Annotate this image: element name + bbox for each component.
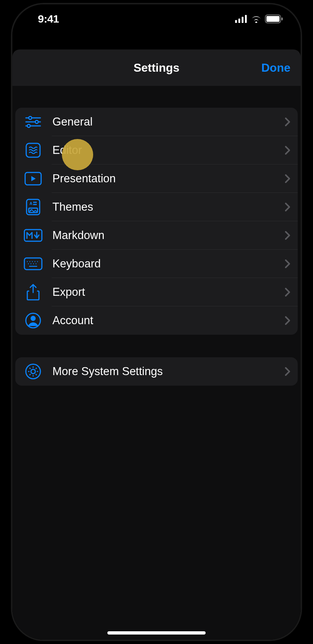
- row-label: More System Settings: [52, 365, 285, 378]
- chevron-right-icon: [285, 231, 290, 240]
- row-label: Account: [52, 314, 285, 327]
- svg-point-10: [35, 120, 38, 123]
- svg-point-35: [31, 316, 36, 321]
- row-export[interactable]: Export: [15, 278, 298, 306]
- row-general[interactable]: General: [15, 108, 298, 136]
- row-themes[interactable]: A Themes: [15, 193, 298, 221]
- export-icon: [23, 282, 43, 302]
- settings-group-main: General Editor: [15, 108, 298, 335]
- svg-line-43: [36, 374, 37, 375]
- row-more-system-settings[interactable]: More System Settings: [15, 357, 298, 386]
- screen: 9:41 Settings Done: [12, 4, 301, 640]
- status-bar: 9:41: [12, 4, 301, 24]
- editor-icon: [23, 140, 43, 160]
- account-icon: [23, 311, 43, 330]
- sliders-icon: [23, 112, 43, 132]
- status-icons: [235, 15, 283, 23]
- row-editor[interactable]: Editor: [15, 136, 298, 164]
- row-account[interactable]: Account: [15, 306, 298, 335]
- svg-line-45: [29, 374, 31, 375]
- svg-point-8: [29, 116, 32, 119]
- chevron-right-icon: [285, 259, 290, 269]
- row-presentation[interactable]: Presentation: [15, 164, 298, 193]
- chevron-right-icon: [285, 174, 290, 183]
- battery-icon: [265, 15, 283, 23]
- settings-group-system: More System Settings: [15, 357, 298, 386]
- chevron-right-icon: [285, 117, 290, 127]
- themes-icon: A: [23, 197, 43, 217]
- status-time: 9:41: [38, 13, 59, 25]
- row-label: Keyboard: [52, 257, 285, 270]
- svg-line-44: [36, 368, 37, 369]
- chevron-right-icon: [285, 202, 290, 212]
- settings-content[interactable]: General Editor: [12, 86, 301, 640]
- row-keyboard[interactable]: Keyboard: [15, 250, 298, 278]
- svg-rect-3: [245, 15, 247, 23]
- row-markdown[interactable]: Markdown: [15, 221, 298, 250]
- row-label: Editor: [52, 144, 285, 157]
- row-label: Export: [52, 286, 285, 299]
- cellular-icon: [235, 15, 247, 23]
- svg-point-12: [27, 124, 30, 127]
- nav-bar: Settings Done: [12, 49, 301, 86]
- wifi-icon: [250, 15, 262, 23]
- row-label: General: [52, 115, 285, 128]
- svg-rect-1: [238, 19, 240, 23]
- svg-rect-5: [266, 16, 280, 22]
- markdown-icon: [23, 226, 43, 245]
- device-frame: 9:41 Settings Done: [11, 3, 302, 641]
- keyboard-icon: [23, 254, 43, 274]
- svg-text:A: A: [29, 201, 32, 206]
- gear-icon: [23, 362, 43, 381]
- settings-sheet: Settings Done General: [12, 49, 301, 640]
- chevron-right-icon: [285, 367, 290, 376]
- home-indicator[interactable]: [107, 631, 206, 635]
- row-label: Presentation: [52, 172, 285, 185]
- svg-line-42: [29, 368, 31, 369]
- row-label: Themes: [52, 200, 285, 214]
- svg-rect-2: [242, 17, 243, 23]
- done-button[interactable]: Done: [261, 61, 290, 75]
- svg-marker-15: [31, 176, 36, 181]
- chevron-right-icon: [285, 316, 290, 325]
- svg-rect-13: [26, 143, 40, 157]
- nav-title: Settings: [134, 61, 179, 75]
- chevron-right-icon: [285, 287, 290, 297]
- play-icon: [23, 169, 43, 188]
- chevron-right-icon: [285, 146, 290, 155]
- svg-rect-0: [235, 20, 237, 23]
- svg-rect-6: [281, 17, 283, 20]
- row-label: Markdown: [52, 229, 285, 242]
- svg-point-37: [31, 369, 35, 374]
